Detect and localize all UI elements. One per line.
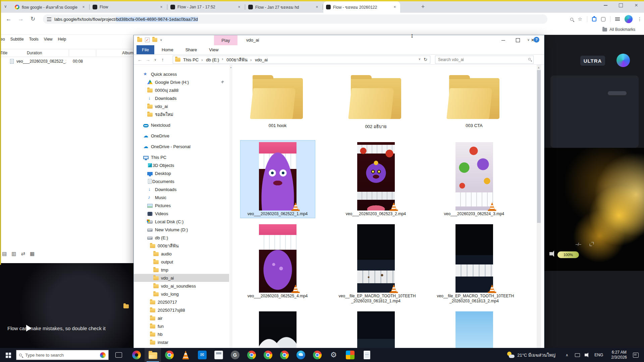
sidebar-item[interactable]: Pictures (134, 201, 229, 209)
back-icon[interactable] (5, 15, 13, 23)
tab-close-icon[interactable] (392, 4, 397, 10)
sidebar-item[interactable]: db (E:) (134, 234, 229, 242)
reading-list-icon[interactable] (615, 17, 620, 21)
help-icon[interactable] (534, 37, 539, 43)
volume-tray-icon[interactable] (585, 354, 587, 356)
sidebar-item[interactable]: 20250717 (134, 298, 229, 306)
panel-minimize-bar[interactable] (608, 91, 627, 95)
qat-customize-icon[interactable] (160, 38, 162, 42)
qat-properties-icon[interactable] (145, 38, 150, 42)
explorer-titlebar[interactable]: Play vdo_ai (134, 35, 544, 45)
forward-icon[interactable] (17, 15, 25, 23)
sidebar-item[interactable]: vdo_ai (134, 274, 229, 282)
find-icon[interactable] (570, 18, 573, 21)
browser-tab[interactable]: flow google - ค้นหาด้วย Google (12, 1, 89, 13)
extension-box-icon[interactable] (601, 17, 605, 21)
folder-item[interactable]: 002 อธิบาย (336, 69, 416, 140)
address-bar[interactable]: labs.google/fx/tools/flow/project/bd38bc… (43, 14, 547, 24)
weather-widget[interactable]: 21°C มีเมฆส่วนใหญ่ (506, 352, 555, 359)
taskbar-app[interactable] (227, 348, 243, 362)
qat-folder-icon[interactable] (137, 38, 142, 42)
shuffle-icon[interactable]: ⇄ (21, 251, 25, 257)
column-header[interactable]: Duration (27, 51, 115, 55)
sidebar-item[interactable]: 20250717sj88 (134, 306, 229, 314)
taskbar-app[interactable] (243, 348, 260, 362)
taskbar-app[interactable] (358, 348, 375, 362)
playlist-view-icon[interactable]: ▥ (11, 251, 16, 257)
browser-minimize-button[interactable] (598, 0, 613, 11)
sidebar-item[interactable]: air (134, 314, 229, 322)
volume-icon[interactable] (549, 252, 552, 255)
play-icon[interactable] (26, 325, 32, 331)
tab-close-icon[interactable] (81, 4, 86, 10)
sidebar-item[interactable]: This PC (134, 153, 229, 161)
video-preview-area[interactable]: Flow can make mistakes, so double check … (0, 263, 133, 348)
sidebar-item[interactable]: รออัพใหม่ (134, 110, 229, 118)
content-scrollbar[interactable] (537, 65, 541, 362)
reload-icon[interactable] (29, 15, 37, 23)
file-item[interactable]: veo__file_EP_MACRO_TOOTH_10TEETH _202602… (339, 223, 413, 305)
sidebar-item[interactable]: Downloads (134, 185, 229, 193)
taskbar-app[interactable] (342, 348, 358, 362)
taskbar-app[interactable] (194, 348, 210, 362)
sidebar-item[interactable]: Nextcloud (134, 121, 229, 129)
browser-tab[interactable]: Flow - Jan 27 ขอหอม hd (246, 1, 322, 13)
sidebar-item[interactable]: vdo_long (134, 290, 229, 298)
column-header[interactable]: Title (0, 51, 27, 55)
sidebar-item[interactable]: fun (134, 322, 229, 330)
column-header[interactable]: Album (115, 51, 133, 55)
explorer-search-input[interactable]: Search vdo_ai (435, 56, 534, 64)
sidebar-item[interactable]: tmp (134, 266, 229, 274)
file-item[interactable]: veo___20260203_062522_1.mp4 (240, 140, 315, 218)
taskbar-app[interactable] (309, 348, 325, 362)
ribbon-tab[interactable]: File (137, 45, 154, 54)
breadcrumb-item[interactable]: This PC (183, 57, 199, 62)
browser-menu-icon[interactable] (637, 16, 642, 22)
taskbar-app[interactable] (161, 348, 177, 362)
sidebar-item[interactable]: Documents (134, 177, 229, 185)
display-tray-icon[interactable] (575, 353, 580, 357)
file-item[interactable]: veo___20260203_062525_4.mp4 (240, 223, 315, 305)
content-scrollbar-thumb[interactable] (537, 70, 541, 223)
extensions-puzzle-icon[interactable] (592, 17, 596, 21)
ribbon-expand-icon[interactable] (527, 38, 530, 42)
grid-view-icon[interactable]: ▦ (30, 251, 35, 257)
sidebar-item[interactable]: Music (134, 193, 229, 201)
sidebar-item[interactable]: 0000sj za88 (134, 86, 229, 94)
explorer-minimize-button[interactable] (496, 35, 511, 45)
menu-item[interactable]: Help (58, 37, 66, 42)
nav-up-icon[interactable] (159, 56, 166, 63)
sidebar-item[interactable]: Downloads (134, 94, 229, 102)
sidebar-item[interactable]: OneDrive - Personal (134, 142, 229, 150)
taskbar-clock[interactable]: 6:27 AM 2/3/2026 (611, 350, 627, 360)
browser-tab[interactable]: Flow - Jan 17 - 17:52 (168, 1, 245, 13)
taskbar-app[interactable] (145, 348, 161, 362)
browser-maximize-button[interactable] (613, 0, 629, 11)
sidebar-item[interactable]: instar (134, 338, 229, 346)
all-bookmarks-button[interactable]: All Bookmarks (602, 27, 635, 32)
sidebar-item[interactable]: Desktop (134, 169, 229, 177)
hidden-icons-chevron[interactable] (566, 353, 568, 357)
ribbon-tab[interactable]: Home (157, 45, 178, 54)
taskbar-app[interactable] (260, 348, 276, 362)
sidebar-item[interactable]: Google Drive (H:) (134, 78, 229, 86)
sidebar-item[interactable]: output (134, 258, 229, 266)
file-item[interactable]: veo___20260203_062523_2.mp4 (339, 140, 413, 218)
taskbar-search-input[interactable]: Type here to search (16, 350, 109, 360)
breadcrumb-item[interactable]: 000ยาสีฟัน (226, 56, 248, 63)
new-tab-button[interactable] (419, 3, 427, 11)
browser-close-button[interactable] (629, 0, 644, 11)
tab-close-icon[interactable] (236, 4, 242, 10)
nav-forward-icon[interactable] (145, 56, 151, 63)
site-settings-icon[interactable] (47, 17, 51, 21)
menu-item[interactable]: Subtitle (10, 37, 24, 42)
taskbar-app[interactable] (177, 348, 194, 362)
tab-search-icon[interactable] (4, 4, 10, 10)
breadcrumb-item[interactable]: vdo_ai (255, 57, 268, 62)
notification-center-icon[interactable] (633, 353, 639, 358)
zoom-level-pill[interactable]: 100% (557, 251, 579, 258)
folder-item[interactable]: 001 hook (237, 69, 318, 140)
sidebar-scrollbar[interactable] (229, 65, 232, 362)
folder-item[interactable]: 003 CTA (434, 69, 515, 140)
menu-item[interactable]: Tools (29, 37, 39, 42)
